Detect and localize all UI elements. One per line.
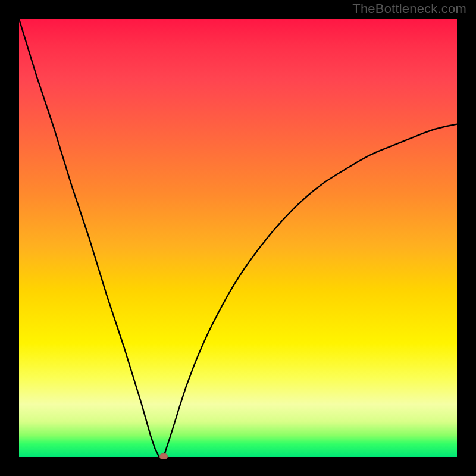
- plot-area: [19, 19, 457, 457]
- chart-frame: TheBottleneck.com: [0, 0, 476, 476]
- bottleneck-curve-path: [19, 19, 457, 457]
- optimal-point-marker: [159, 453, 168, 459]
- watermark-text: TheBottleneck.com: [352, 1, 466, 17]
- bottleneck-curve: [19, 19, 457, 457]
